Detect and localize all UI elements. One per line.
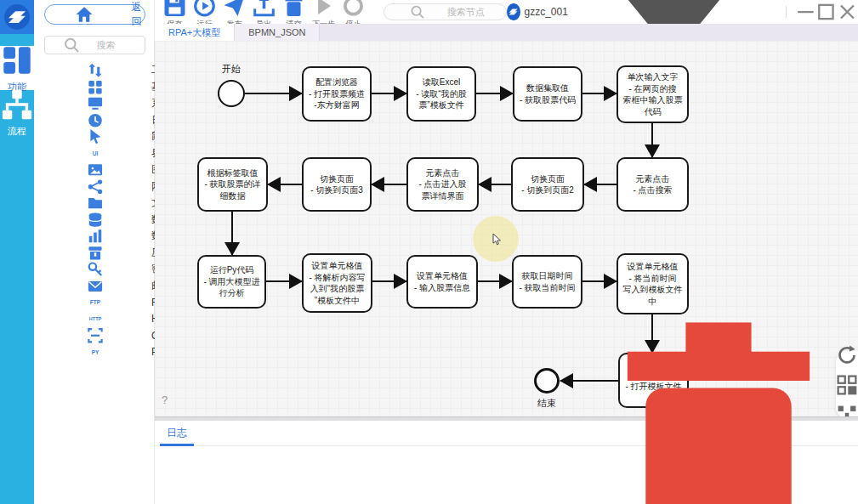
tab-rpa-model[interactable]: RPA+大模型 [155,24,235,41]
ocr-icon [43,327,147,344]
category-secret-key[interactable]: 密钥 [34,261,154,278]
sidebar-search-input[interactable] [97,40,140,50]
toolbar: 保存运行发布导出清空下一步停止 gzzc_001 [155,0,858,24]
folder-icon [43,195,147,212]
mail-icon [43,278,147,295]
save-icon [160,0,190,18]
clear-icon [279,0,309,18]
run-button[interactable]: 运行 [190,0,219,24]
flow-node-get-value-by-tag[interactable]: 根据标签取值- 获取股票的详细数据 [197,157,268,212]
left-rail: 功能流程 [0,0,34,504]
user-avatar [507,3,520,20]
search-icon [50,37,94,54]
category-ocr[interactable]: OCR [34,327,154,344]
http-text-icon: HTTP [43,311,147,328]
publish-button[interactable]: 发布 [219,0,249,24]
trash-icon [591,304,846,504]
grid-icon [43,79,147,96]
category-system[interactable]: 系统 [34,95,154,112]
function-icon [0,43,34,77]
flow-node-set-cell-stock-info[interactable]: 设置单元格值- 输入股票信息 [406,255,478,309]
start-event[interactable] [218,80,245,107]
category-database[interactable]: 数据库 [34,212,154,229]
rail-item-flow[interactable]: 流程 [0,90,34,134]
search-icon [391,4,444,20]
log-panel: 日志 [155,416,858,504]
tab-log[interactable]: 日志 [167,421,187,446]
category-mail[interactable]: 邮件 [34,278,154,295]
category-compression[interactable]: 压缩 [34,245,154,262]
category-mouse-keyboard[interactable]: 鼠标和键盘 [34,128,154,145]
minimize-button[interactable] [795,0,816,24]
flow-node-input-text-once[interactable]: 单次输入文字- 在网页的搜索框中输入股票代码 [617,65,689,123]
rail-item-functions[interactable]: 功能 [0,46,34,90]
back-button[interactable]: 返回 [44,4,145,25]
tab-bar: RPA+大模型BPMN_JSON [155,24,858,41]
category-ui-automation[interactable]: UI界面自动化 [34,145,154,162]
app-logo-icon [4,4,30,30]
category-datetime[interactable]: 日期时间 [34,112,154,129]
clock-icon [43,112,147,129]
maximize-icon [815,0,837,24]
export-button[interactable]: 导出 [249,0,279,24]
stop-button[interactable]: 停止 [338,0,368,24]
key-icon [43,261,147,278]
flow-node-dataset-get-value[interactable]: 数据集取值- 获取股票代码 [513,66,582,122]
image-icon [43,161,147,178]
clear-log-button[interactable] [591,304,846,504]
flow-node-switch-page-2[interactable]: 切换页面- 切换到页面2 [511,157,584,212]
end-event-label: 结束 [530,397,564,410]
help-button[interactable]: ? [162,394,168,406]
flow-node-read-excel[interactable]: 读取Excel- 读取“我的股票”模板文件 [406,66,476,122]
end-event[interactable] [534,368,560,394]
flow-node-configure-browser[interactable]: 配置浏览器- 打开股票频道-东方财富网 [302,66,372,122]
category-file[interactable]: 文件 [34,195,154,212]
category-basic[interactable]: 基本 [34,79,154,96]
category-image-locate[interactable]: 图像定位 [34,161,154,178]
sidebar: 返回 工具基本系统日期时间鼠标和键盘UI界面自动化图像定位网页自动化文件数据库数… [34,0,155,504]
category-list: 工具基本系统日期时间鼠标和键盘UI界面自动化图像定位网页自动化文件数据库数据处理… [34,59,154,360]
category-http[interactable]: HTTPHTTP [34,311,154,328]
publish-icon [219,0,249,18]
flow-node-click-search[interactable]: 元素点击- 点击搜索 [617,157,689,212]
python-text-icon: PY [43,344,147,361]
flow-node-switch-page-3[interactable]: 切换页面- 切换到页面3 [302,157,372,212]
next-step-icon [309,0,338,18]
stop-icon [338,0,368,18]
close-button[interactable] [837,0,858,24]
app-logo[interactable] [0,0,34,34]
log-tab-bar: 日志 [155,421,858,446]
node-search-input[interactable] [447,7,500,17]
flow-icon [0,88,34,122]
next-step-button[interactable]: 下一步 [309,0,338,24]
close-icon [837,0,858,24]
flow-node-run-py-code[interactable]: 运行Py代码- 调用大模型进行分析 [197,255,266,309]
clear-button[interactable]: 清空 [279,0,309,24]
save-button[interactable]: 保存 [160,0,190,24]
category-ftp[interactable]: FTPFTP [34,294,154,311]
home-icon [45,5,123,24]
start-event-label: 开始 [214,63,248,76]
maximize-button[interactable] [815,0,837,24]
archive-icon [43,245,147,262]
back-button-label: 返回 [128,0,145,29]
divider [786,6,787,18]
category-web-automation[interactable]: 网页自动化 [34,178,154,195]
database-icon [43,212,147,229]
flow-node-set-cell-parsed[interactable]: 设置单元格值- 将解析内容写入到“我的股票”模板文件中 [302,253,372,313]
username: gzzc_001 [525,6,568,18]
ui-text-icon: UI [43,145,147,162]
mouse-cursor [490,233,503,246]
tab-bpmn-json[interactable]: BPMN_JSON [235,24,320,41]
rail-nav: 功能流程 [0,46,34,134]
minimize-icon [795,0,816,24]
flow-node-click-stock-detail[interactable]: 元素点击- 点击进入股票详情界面 [406,157,479,212]
monitor-icon [43,95,147,112]
category-python[interactable]: PYPython [34,344,154,361]
category-data-processing[interactable]: 数据处理 [34,228,154,245]
main-area: 保存运行发布导出清空下一步停止 gzzc_001 RPA+大模型BPMN_JSO… [155,0,858,504]
sidebar-search [44,36,145,54]
category-tools[interactable]: 工具 [34,62,154,79]
flow-node-get-datetime[interactable]: 获取日期时间- 获取当前时间 [512,255,582,309]
rail-item-label: 流程 [8,125,26,138]
